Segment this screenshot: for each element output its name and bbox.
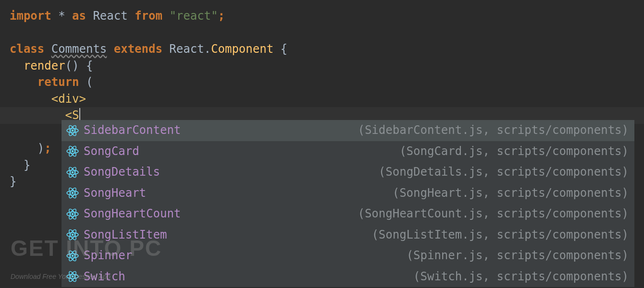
autocomplete-item-name: SidebarContent — [84, 122, 181, 139]
react-icon — [66, 187, 79, 199]
keyword-class: class — [10, 42, 44, 56]
svg-point-31 — [72, 276, 74, 277]
react-icon — [66, 145, 79, 157]
autocomplete-item[interactable]: SongHeartCount(SongHeartCount.js, script… — [62, 204, 634, 225]
code-line: <div> — [10, 91, 644, 108]
import-star: * — [58, 9, 65, 23]
react-icon — [66, 166, 79, 179]
autocomplete-item-name: SongDetails — [84, 164, 160, 180]
code-line: render() { — [10, 58, 644, 74]
keyword-import: import — [10, 9, 51, 23]
svg-point-19 — [72, 213, 74, 215]
svg-point-23 — [72, 234, 74, 236]
keyword-extends: extends — [114, 42, 162, 56]
svg-point-7 — [72, 150, 74, 152]
autocomplete-item-path: (SongHeart.js, scripts/components) — [393, 185, 629, 202]
import-path: "react" — [169, 9, 218, 23]
keyword-from: from — [135, 9, 162, 23]
autocomplete-item-path: (Spinner.js, scripts/components) — [407, 247, 629, 264]
svg-point-27 — [72, 255, 74, 257]
method-render: render — [24, 59, 65, 72]
autocomplete-item-path: (SongDetails.js, scripts/components) — [379, 164, 629, 180]
svg-point-15 — [72, 192, 74, 194]
parent-namespace: React — [169, 42, 204, 56]
autocomplete-popup[interactable]: SidebarContent(SidebarContent.js, script… — [62, 120, 634, 287]
code-line-blank — [10, 24, 644, 41]
autocomplete-item-name: Spinner — [84, 247, 132, 264]
keyword-as: as — [72, 9, 86, 23]
import-alias: React — [93, 9, 127, 23]
autocomplete-item-path: (Switch.js, scripts/components) — [413, 268, 629, 285]
keyword-return: return — [37, 75, 79, 89]
autocomplete-item-name: SongCard — [84, 143, 139, 160]
autocomplete-item[interactable]: Spinner(Spinner.js, scripts/components) — [62, 245, 634, 266]
code-line: import * as React from "react"; — [10, 8, 644, 24]
autocomplete-item[interactable]: SongDetails(SongDetails.js, scripts/comp… — [62, 162, 634, 183]
autocomplete-item-path: (SidebarContent.js, scripts/components) — [358, 122, 629, 139]
autocomplete-item[interactable]: Switch(Switch.js, scripts/components) — [62, 266, 634, 288]
autocomplete-item[interactable]: SongListItem(SongListItem.js, scripts/co… — [62, 225, 634, 246]
autocomplete-item[interactable]: SongCard(SongCard.js, scripts/components… — [62, 141, 634, 162]
autocomplete-item[interactable]: SidebarContent(SidebarContent.js, script… — [62, 120, 634, 141]
autocomplete-item-name: SongHeartCount — [84, 205, 181, 222]
react-icon — [66, 208, 79, 220]
parent-class: Component — [211, 42, 273, 56]
autocomplete-item[interactable]: SongHeart(SongHeart.js, scripts/componen… — [62, 183, 634, 204]
class-name: Comments — [51, 42, 107, 56]
svg-point-11 — [72, 171, 74, 173]
autocomplete-item-name: SongListItem — [84, 227, 167, 243]
autocomplete-item-path: (SongHeartCount.js, scripts/components) — [358, 205, 629, 222]
code-line: return ( — [10, 74, 644, 91]
autocomplete-item-name: SongHeart — [84, 185, 146, 202]
code-line: class Comments extends React.Component { — [10, 41, 644, 58]
react-icon — [66, 124, 79, 137]
react-icon — [66, 250, 79, 262]
svg-point-3 — [72, 130, 74, 132]
autocomplete-item-path: (SongCard.js, scripts/components) — [399, 143, 629, 160]
jsx-tag-div: div — [58, 92, 79, 106]
react-icon — [66, 270, 79, 283]
autocomplete-item-path: (SongListItem.js, scripts/components) — [372, 227, 629, 243]
autocomplete-item-name: Switch — [84, 268, 125, 285]
react-icon — [66, 228, 79, 241]
